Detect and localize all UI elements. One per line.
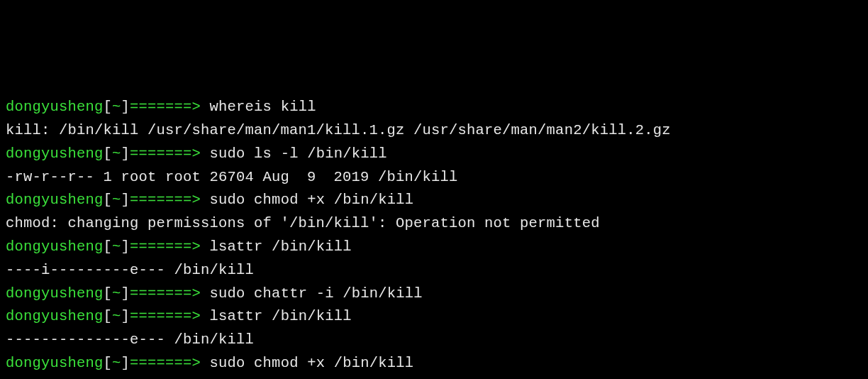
prompt-arrow: =======> — [130, 285, 210, 302]
prompt-user: dongyusheng — [6, 238, 104, 255]
prompt-arrow: =======> — [130, 99, 210, 115]
output-line: kill: /bin/kill /usr/share/man/man1/kill… — [6, 119, 862, 143]
prompt-cwd: ~ — [112, 99, 121, 115]
prompt-cwd: ~ — [112, 145, 121, 162]
prompt-lbracket: [ — [104, 145, 113, 162]
prompt-line: dongyusheng[~]=======> lsattr /bin/kill — [6, 305, 862, 329]
command-text: sudo chmod +x /bin/kill — [210, 192, 414, 208]
command-text: sudo chmod +x /bin/kill — [210, 355, 414, 371]
prompt-lbracket: [ — [104, 308, 113, 324]
prompt-rbracket: ] — [121, 99, 130, 115]
prompt-user: dongyusheng — [6, 355, 104, 371]
command-text: sudo ls -l /bin/kill — [210, 145, 387, 162]
prompt-line: dongyusheng[~]=======> whereis kill — [6, 96, 862, 119]
prompt-arrow: =======> — [130, 145, 210, 162]
prompt-line: dongyusheng[~]=======> sudo chmod +x /bi… — [6, 352, 862, 375]
prompt-cwd: ~ — [112, 192, 121, 208]
prompt-line: dongyusheng[~]=======> sudo chattr -i /b… — [6, 282, 862, 306]
prompt-rbracket: ] — [121, 238, 130, 255]
prompt-lbracket: [ — [104, 238, 113, 255]
prompt-user: dongyusheng — [6, 308, 104, 324]
prompt-arrow: =======> — [130, 192, 210, 208]
prompt-rbracket: ] — [121, 145, 130, 162]
prompt-rbracket: ] — [121, 355, 130, 371]
prompt-cwd: ~ — [112, 285, 121, 302]
prompt-rbracket: ] — [121, 308, 130, 324]
prompt-lbracket: [ — [104, 192, 113, 208]
prompt-rbracket: ] — [121, 285, 130, 302]
prompt-line: dongyusheng[~]=======> sudo chmod +x /bi… — [6, 189, 862, 212]
command-text: sudo chattr -i /bin/kill — [210, 285, 423, 302]
command-text: lsattr /bin/kill — [210, 238, 352, 255]
prompt-cwd: ~ — [112, 308, 121, 324]
prompt-lbracket: [ — [104, 285, 113, 302]
prompt-cwd: ~ — [112, 238, 121, 255]
output-line: --------------e--- /bin/kill — [6, 329, 862, 352]
prompt-user: dongyusheng — [6, 192, 104, 208]
prompt-user: dongyusheng — [6, 145, 104, 162]
prompt-user: dongyusheng — [6, 99, 104, 115]
prompt-arrow: =======> — [130, 355, 210, 371]
output-line: -rw-r--r-- 1 root root 26704 Aug 9 2019 … — [6, 166, 862, 190]
output-line: chmod: changing permissions of '/bin/kil… — [6, 212, 862, 236]
prompt-line: dongyusheng[~]=======> sudo ls -l /bin/k… — [6, 143, 862, 166]
prompt-arrow: =======> — [130, 238, 210, 255]
prompt-user: dongyusheng — [6, 285, 104, 302]
command-text: whereis kill — [210, 99, 316, 115]
prompt-rbracket: ] — [121, 192, 130, 208]
prompt-lbracket: [ — [104, 99, 113, 115]
prompt-arrow: =======> — [130, 308, 210, 324]
prompt-line: dongyusheng[~]=======> sudo ls -l /bin/k… — [6, 375, 862, 379]
terminal-output[interactable]: dongyusheng[~]=======> whereis killkill:… — [6, 96, 862, 379]
command-text: lsattr /bin/kill — [210, 308, 352, 324]
prompt-line: dongyusheng[~]=======> lsattr /bin/kill — [6, 236, 862, 259]
prompt-lbracket: [ — [104, 355, 113, 371]
output-line: ----i---------e--- /bin/kill — [6, 259, 862, 282]
prompt-cwd: ~ — [112, 355, 121, 371]
